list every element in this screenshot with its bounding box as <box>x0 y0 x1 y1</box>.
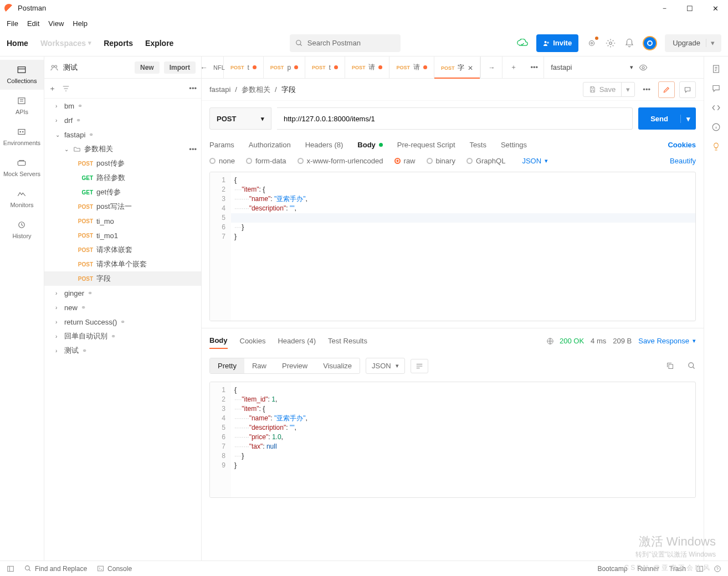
comment-icon[interactable] <box>679 81 696 98</box>
request-tab[interactable]: POSTp <box>264 56 305 78</box>
eye-icon[interactable] <box>639 63 648 72</box>
collection-item[interactable]: ›drf ⚭ <box>44 113 201 127</box>
reqtab-authorization[interactable]: Authorization <box>249 136 291 153</box>
docs-icon[interactable] <box>711 64 721 74</box>
rail-mock-servers[interactable]: Mock Servers <box>0 153 44 183</box>
bodytype-x-www-form-urlencoded[interactable]: x-www-form-urlencoded <box>298 157 383 165</box>
globe-icon[interactable] <box>546 337 554 345</box>
user-avatar[interactable] <box>643 36 657 50</box>
request-item[interactable]: POST字段 <box>44 271 201 286</box>
request-tab[interactable]: POST字✕ <box>434 56 481 78</box>
request-tab[interactable]: POST请 <box>389 56 434 78</box>
tab-add[interactable]: ＋ <box>503 56 525 78</box>
beautify-link[interactable]: Beautify <box>670 157 696 165</box>
cookies-link[interactable]: Cookies <box>668 141 696 149</box>
comments-icon[interactable] <box>711 84 721 93</box>
import-button[interactable]: Import <box>164 61 196 74</box>
url-input[interactable] <box>277 107 633 130</box>
filter-icon[interactable] <box>61 85 70 92</box>
request-item[interactable]: GET路径参数 <box>44 171 201 185</box>
settings-icon[interactable] <box>605 38 616 49</box>
bootcamp-link[interactable]: Bootcamp <box>597 565 627 573</box>
find-replace-button[interactable]: Find and Replace <box>24 565 87 573</box>
view-pretty[interactable]: Pretty <box>210 358 244 373</box>
save-button[interactable]: Save <box>583 83 622 96</box>
wrap-icon[interactable] <box>411 359 428 373</box>
breadcrumb-1[interactable]: 参数相关 <box>242 85 270 95</box>
console-button[interactable]: Console <box>97 565 132 573</box>
method-dropdown[interactable]: POST ▾ <box>209 107 271 130</box>
bodytype-none[interactable]: none <box>209 157 235 165</box>
upgrade-button[interactable]: Upgrade ▾ <box>665 34 721 52</box>
request-item[interactable]: POSTpost传参 <box>44 156 201 171</box>
bodytype-binary[interactable]: binary <box>427 157 455 165</box>
response-search-icon[interactable] <box>688 362 696 370</box>
menu-file[interactable]: File <box>7 19 18 28</box>
request-item[interactable]: GETget传参 <box>44 185 201 199</box>
resptab-body[interactable]: Body <box>209 333 228 349</box>
tab-close-icon[interactable]: ✕ <box>468 64 473 72</box>
send-button[interactable]: Send <box>638 115 680 123</box>
request-tab[interactable]: POST请 <box>345 56 390 78</box>
save-dropdown[interactable]: ▾ <box>621 83 634 96</box>
nav-home[interactable]: Home <box>7 39 28 48</box>
reqtab-headers[interactable]: Headers (8) <box>305 136 344 153</box>
collection-item[interactable]: ›new ⚭ <box>44 300 201 315</box>
nav-workspaces[interactable]: Workspaces▾ <box>40 39 91 48</box>
collection-item[interactable]: ›测试 ⚭ <box>44 343 201 358</box>
response-body-viewer[interactable]: 123456789 {····"item_id": 1,····"item": … <box>209 382 696 498</box>
collection-item[interactable]: ⌄参数相关••• <box>44 142 201 156</box>
resptab-cookies[interactable]: Cookies <box>240 333 266 348</box>
view-raw[interactable]: Raw <box>244 358 274 373</box>
rail-apis[interactable]: APIs <box>0 91 44 121</box>
info-icon[interactable] <box>711 122 721 132</box>
request-item[interactable]: POST请求体嵌套 <box>44 243 201 257</box>
notifications-icon[interactable] <box>624 38 635 49</box>
send-dropdown[interactable]: ▾ <box>680 115 696 123</box>
rail-monitors[interactable]: Monitors <box>0 184 44 214</box>
row-more-icon[interactable]: ••• <box>189 145 197 153</box>
bodytype-GraphQL[interactable]: GraphQL <box>466 157 505 165</box>
search-box[interactable]: Search Postman <box>290 34 401 52</box>
reqtab-tests[interactable]: Tests <box>470 136 486 153</box>
capture-icon[interactable] <box>586 38 597 49</box>
tab-forward[interactable]: → <box>480 56 503 78</box>
add-icon[interactable]: ＋ <box>49 84 56 94</box>
environment-selector[interactable]: fastapi ▾ <box>544 56 654 78</box>
editor-content[interactable]: {····"item": {········"name": "亚索手办",···… <box>231 172 695 321</box>
sync-icon[interactable] <box>516 37 529 49</box>
upgrade-chevron-icon[interactable]: ▾ <box>706 39 719 47</box>
view-visualize[interactable]: Visualize <box>315 358 360 373</box>
menu-help[interactable]: Help <box>73 19 88 28</box>
request-item[interactable]: POST请求体单个嵌套 <box>44 257 201 271</box>
save-response-button[interactable]: Save Response▾ <box>638 337 696 345</box>
code-icon[interactable] <box>711 103 721 112</box>
body-lang-dropdown[interactable]: JSON ▾ <box>522 157 548 165</box>
view-preview[interactable]: Preview <box>274 358 315 373</box>
request-item[interactable]: POSTti_mo <box>44 214 201 228</box>
bodytype-raw[interactable]: raw <box>394 157 416 165</box>
rail-environments[interactable]: Environments <box>0 122 44 152</box>
request-item[interactable]: POSTti_mo1 <box>44 228 201 243</box>
invite-button[interactable]: Invite <box>536 34 578 52</box>
help-icon[interactable] <box>714 565 721 573</box>
tab-history-back[interactable]: ←NFL <box>202 56 224 78</box>
workspace-selector[interactable]: 测试 <box>50 63 130 73</box>
response-lang-dropdown[interactable]: JSON▾ <box>366 358 405 374</box>
resptab-headers[interactable]: Headers (4) <box>278 333 316 348</box>
request-body-editor[interactable]: 1234567 {····"item": {········"name": "亚… <box>209 172 696 321</box>
bodytype-form-data[interactable]: form-data <box>246 157 286 165</box>
reqtab-pre-request[interactable]: Pre-request Script <box>397 136 455 153</box>
nav-explore[interactable]: Explore <box>145 39 173 48</box>
collection-item[interactable]: ›bm ⚭ <box>44 99 201 113</box>
rail-history[interactable]: History <box>0 215 44 245</box>
collection-item[interactable]: ›回单自动识别 ⚭ <box>44 329 201 343</box>
collection-item[interactable]: ⌄fastapi ⚭ <box>44 127 201 142</box>
reqtab-settings[interactable]: Settings <box>501 136 527 153</box>
rail-collections[interactable]: Collections <box>0 60 44 90</box>
tab-overflow[interactable]: ••• <box>525 56 544 78</box>
request-item[interactable]: POSTpost写法一 <box>44 199 201 214</box>
collection-item[interactable]: ›ginger ⚭ <box>44 286 201 300</box>
menu-edit[interactable]: Edit <box>27 19 39 28</box>
collection-item[interactable]: ›return Success() ⚭ <box>44 315 201 329</box>
